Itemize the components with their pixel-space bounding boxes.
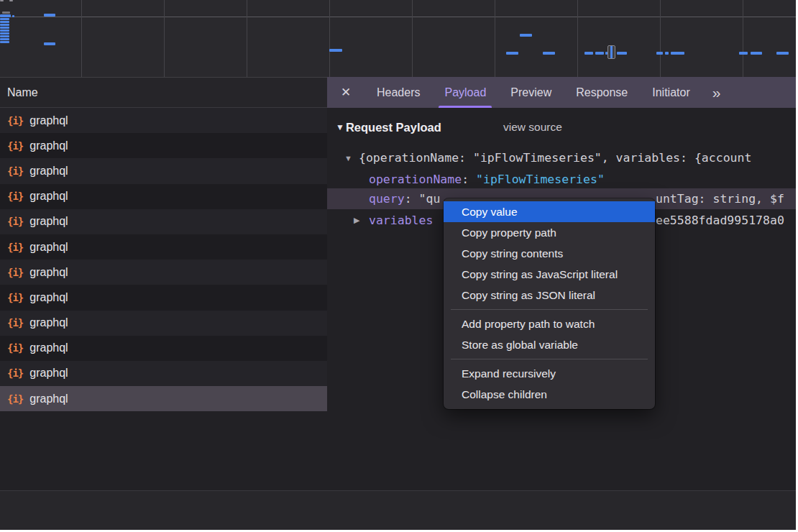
request-row-graphql-10[interactable]: {i}graphql: [0, 336, 327, 361]
request-name-label: graphql: [29, 316, 68, 329]
menu-item-copy-property-path[interactable]: Copy property path: [444, 222, 655, 243]
overview-gridline: [81, 0, 82, 77]
request-name-label: graphql: [29, 114, 68, 127]
context-menu: Copy valueCopy property pathCopy string …: [444, 198, 655, 409]
overview-horizontal-divider: [0, 17, 796, 17]
timeline-request-bar: [665, 52, 669, 55]
timeline-request-bar: [0, 24, 9, 26]
tab-preview[interactable]: Preview: [498, 77, 564, 108]
property-key: variables: [369, 214, 433, 227]
json-braces-icon: {i}: [7, 342, 23, 354]
tab-payload[interactable]: Payload: [432, 77, 498, 108]
json-braces-icon: {i}: [7, 317, 23, 329]
request-name-label: graphql: [29, 190, 68, 203]
timeline-request-bar: [520, 34, 532, 37]
more-tabs-icon[interactable]: »: [702, 84, 732, 101]
timeline-request-bar: [506, 52, 518, 55]
menu-item-copy-value[interactable]: Copy value: [444, 201, 655, 222]
payload-object-preview: {operationName: "ipFlowTimeseries", vari…: [359, 151, 751, 165]
timeline-request-bar: [0, 41, 9, 43]
timeline-request-bar: [595, 52, 604, 55]
json-braces-icon: {i}: [7, 242, 23, 253]
overview-gridline: [495, 0, 495, 77]
property-value-start: "qu: [419, 192, 441, 206]
json-braces-icon: {i}: [7, 191, 23, 202]
timeline-request-bar: [329, 49, 342, 52]
overview-gridline: [164, 0, 165, 77]
json-braces-icon: {i}: [7, 367, 23, 379]
network-overview-timeline[interactable]: [0, 0, 796, 77]
request-name-label: graphql: [29, 393, 68, 405]
close-icon[interactable]: ✕: [327, 85, 364, 100]
timeline-request-bar: [12, 15, 14, 17]
json-braces-icon: {i}: [7, 216, 23, 227]
json-braces-icon: {i}: [7, 115, 23, 127]
request-row-graphql-2[interactable]: {i}graphql: [0, 133, 327, 158]
detail-tabs: HeadersPayloadPreviewResponseInitiator: [364, 77, 702, 108]
timeline-request-bar: [44, 42, 55, 45]
json-braces-icon: {i}: [7, 165, 23, 177]
request-row-graphql-7[interactable]: {i}graphql: [0, 260, 327, 285]
summary-bar: [0, 491, 796, 530]
section-collapse-icon[interactable]: ▼: [336, 122, 344, 132]
name-column-header[interactable]: Name: [0, 77, 327, 108]
expanded-arrow-icon[interactable]: ▼: [344, 154, 352, 162]
json-braces-icon: {i}: [7, 393, 23, 405]
timeline-request-bar: [751, 52, 762, 55]
query-value-continuation: untTag: string, $f: [656, 192, 784, 206]
view-source-link[interactable]: view source: [503, 121, 562, 134]
tab-initiator[interactable]: Initiator: [640, 77, 702, 108]
request-name-label: graphql: [29, 139, 68, 152]
overview-gridline: [412, 0, 413, 77]
timeline-request-bar: [671, 52, 684, 55]
request-row-graphql-6[interactable]: {i}graphql: [0, 234, 327, 260]
request-row-graphql-12[interactable]: {i}graphql: [0, 386, 327, 411]
timeline-request-bar: [0, 0, 4, 1]
request-rows: {i}graphql{i}graphql{i}graphql{i}graphql…: [0, 108, 327, 411]
menu-item-expand-recursively[interactable]: Expand recursively: [444, 363, 655, 384]
variables-value-continuation: ee5588fdad995178a0: [656, 214, 784, 227]
overview-event-marker-line: [610, 46, 613, 58]
collapsed-arrow-icon[interactable]: ▶: [354, 216, 359, 225]
overview-gridline: [247, 0, 247, 77]
timeline-request-bar: [0, 38, 9, 40]
payload-row-query-text: query: "qu: [369, 192, 440, 206]
menu-item-copy-string-contents[interactable]: Copy string contents: [444, 243, 655, 264]
json-braces-icon: {i}: [7, 292, 23, 303]
menu-item-store-as-global-variable[interactable]: Store as global variable: [444, 334, 655, 355]
request-name-label: graphql: [29, 215, 68, 228]
tab-response[interactable]: Response: [564, 77, 640, 108]
request-name-label: graphql: [29, 266, 68, 279]
request-payload-section-header[interactable]: ▼ Request Payload view source: [327, 115, 796, 139]
request-row-graphql-4[interactable]: {i}graphql: [0, 184, 327, 209]
timeline-request-bar: [0, 29, 9, 32]
timeline-request-bar: [0, 35, 9, 37]
request-row-graphql-3[interactable]: {i}graphql: [0, 158, 327, 183]
timeline-request-bar: [0, 27, 9, 29]
payload-root-row[interactable]: ▼ {operationName: "ipFlowTimeseries", va…: [327, 147, 796, 168]
payload-row-operation-text: operationName: "ipFlowTimeseries": [369, 173, 605, 186]
overview-gridline: [329, 0, 330, 77]
timeline-request-bar: [2, 12, 10, 14]
menu-item-copy-string-as-javascript-literal[interactable]: Copy string as JavaScript literal: [444, 264, 655, 285]
request-row-graphql-9[interactable]: {i}graphql: [0, 311, 327, 336]
payload-row-variables-text: variables: [369, 214, 433, 227]
menu-item-collapse-children[interactable]: Collapse children: [444, 384, 655, 405]
overview-gridline: [577, 0, 578, 77]
timeline-request-bar: [776, 52, 789, 55]
tab-headers[interactable]: Headers: [364, 77, 432, 108]
menu-item-copy-string-as-json-literal[interactable]: Copy string as JSON literal: [444, 285, 655, 306]
menu-item-add-property-path-to-watch[interactable]: Add property path to watch: [444, 313, 655, 334]
request-row-graphql-5[interactable]: {i}graphql: [0, 209, 327, 234]
timeline-request-bar: [739, 52, 748, 55]
json-braces-icon: {i}: [7, 140, 23, 152]
request-name-label: graphql: [29, 241, 68, 254]
request-row-graphql-1[interactable]: {i}graphql: [0, 108, 327, 133]
overview-gridline: [660, 0, 661, 77]
request-row-graphql-8[interactable]: {i}graphql: [0, 285, 327, 310]
request-row-graphql-11[interactable]: {i}graphql: [0, 361, 327, 386]
timeline-request-bar: [0, 21, 9, 23]
detail-tab-bar: ✕ HeadersPayloadPreviewResponseInitiator…: [327, 77, 796, 108]
payload-row-operation-name[interactable]: operationName: "ipFlowTimeseries": [327, 169, 796, 190]
property-key: operationName: [369, 173, 462, 186]
